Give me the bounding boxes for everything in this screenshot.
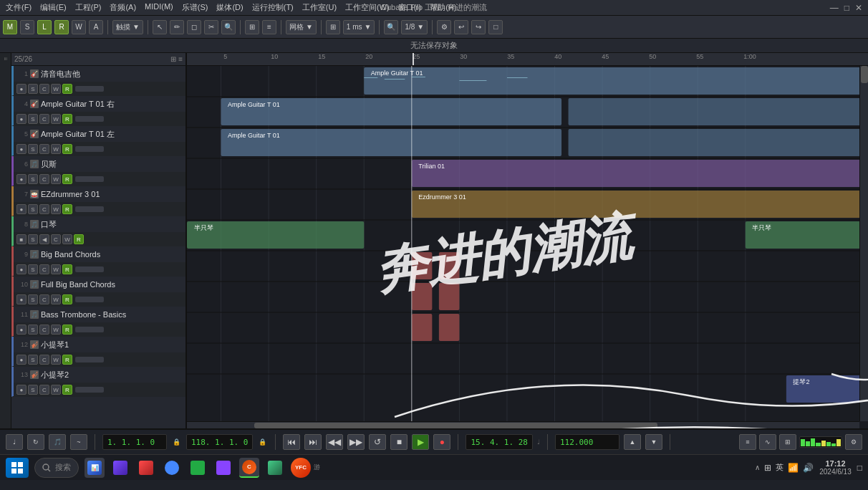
- track-name-2[interactable]: Ample Guitar T 01 右: [41, 99, 183, 110]
- fraction-dropdown[interactable]: 1/8 ▼: [401, 20, 428, 34]
- record-btn[interactable]: ●: [433, 434, 450, 450]
- track-fader-8[interactable]: [75, 297, 104, 302]
- eq-btn[interactable]: ∿: [759, 434, 776, 450]
- snap-btn[interactable]: ⊞: [245, 20, 259, 34]
- track-solo-1[interactable]: S: [28, 84, 38, 94]
- misc-btn1[interactable]: ↩: [454, 20, 468, 34]
- track-fader-9[interactable]: [75, 327, 104, 332]
- pointer-tool[interactable]: ↖: [153, 20, 167, 34]
- track-enable-9[interactable]: R: [62, 325, 72, 335]
- tray-notifications[interactable]: □: [857, 463, 862, 473]
- zoom-tool[interactable]: 🔍: [221, 20, 236, 34]
- track-solo-11[interactable]: S: [28, 385, 38, 395]
- horizontal-scrollbar[interactable]: [187, 421, 859, 428]
- track-name-11[interactable]: 小提琴2: [41, 370, 183, 380]
- track-solo-2[interactable]: S: [28, 114, 38, 124]
- track-fader-4[interactable]: [75, 176, 104, 182]
- bpm-down[interactable]: ▼: [645, 434, 662, 450]
- sync-btn[interactable]: ↻: [27, 434, 44, 450]
- track-write-8[interactable]: W: [51, 294, 61, 304]
- track-solo-7[interactable]: S: [28, 264, 38, 274]
- window-controls[interactable]: — □ ✕: [830, 3, 862, 13]
- track-solo-9[interactable]: S: [28, 325, 38, 335]
- menu-midi[interactable]: MIDI(M): [145, 2, 173, 13]
- taskbar-app-2[interactable]: [110, 458, 130, 478]
- cycle-btn[interactable]: ↺: [369, 434, 386, 450]
- track-mute-2[interactable]: ●: [16, 114, 26, 124]
- track-solo-10[interactable]: S: [28, 355, 38, 365]
- taskbar-app-5[interactable]: [188, 458, 208, 478]
- menu-score[interactable]: 乐谱(S): [182, 2, 208, 13]
- eraser-tool[interactable]: ◻: [187, 20, 201, 34]
- taskbar-app-4[interactable]: [162, 458, 182, 478]
- track-solo-4[interactable]: S: [28, 174, 38, 184]
- track-enable-8[interactable]: R: [62, 294, 72, 304]
- track-name-9[interactable]: Bass Trombone - Basics: [41, 310, 183, 319]
- track-write-10[interactable]: W: [51, 355, 61, 365]
- toolbar-w-btn[interactable]: W: [72, 20, 86, 34]
- track-read-5[interactable]: C: [39, 204, 49, 214]
- track-solo-3[interactable]: S: [28, 144, 38, 154]
- settings-btn[interactable]: ⚙: [437, 20, 451, 34]
- track-name-4[interactable]: 贝斯: [41, 159, 183, 170]
- toolbar-a-btn[interactable]: A: [89, 20, 103, 34]
- track-mute-8[interactable]: ●: [16, 294, 26, 304]
- win-minimize[interactable]: —: [830, 3, 839, 13]
- tray-volume[interactable]: 🔊: [803, 463, 814, 473]
- grid-type[interactable]: ⊞: [326, 20, 340, 34]
- time-display[interactable]: 15. 4. 1. 28: [466, 434, 532, 450]
- play-btn[interactable]: ▶: [412, 434, 429, 450]
- track-enable-6[interactable]: R: [74, 234, 84, 244]
- toolbar-m-btn[interactable]: M: [3, 20, 17, 34]
- scissors-tool[interactable]: ✂: [204, 20, 218, 34]
- track-read-8[interactable]: C: [39, 294, 49, 304]
- track-write-4[interactable]: W: [51, 174, 61, 184]
- search-btn[interactable]: 🔍: [384, 20, 398, 34]
- track-fader-7[interactable]: [75, 266, 104, 272]
- track-enable-1[interactable]: R: [62, 84, 72, 94]
- vertical-scrollbar[interactable]: [859, 66, 868, 421]
- track-read-6[interactable]: ◀: [39, 234, 49, 244]
- track-read-2[interactable]: C: [39, 114, 49, 124]
- menu-media[interactable]: 媒体(D): [216, 2, 243, 13]
- track-read-3[interactable]: C: [39, 144, 49, 154]
- arrange-area[interactable]: 5 10 15 20 25 30 35 40 45 50 55 1:00: [187, 53, 868, 428]
- track-fader-11[interactable]: [75, 387, 104, 393]
- tempo-display[interactable]: 118. 1. 1. 0: [186, 434, 253, 450]
- stop-btn[interactable]: ■: [390, 434, 408, 450]
- track-write-9[interactable]: W: [51, 325, 61, 335]
- win-maximize[interactable]: □: [844, 3, 849, 13]
- taskbar-app-1[interactable]: 📊: [85, 458, 105, 478]
- track-write-11[interactable]: W: [51, 385, 61, 395]
- track-mute-6[interactable]: ■: [16, 234, 26, 244]
- track-mute-10[interactable]: ●: [16, 355, 26, 365]
- track-name-8[interactable]: Full Big Band Chords: [41, 280, 183, 289]
- track-enable-4[interactable]: R: [62, 174, 72, 184]
- tempo-btn[interactable]: ~: [70, 434, 87, 450]
- track-write-5[interactable]: W: [51, 204, 61, 214]
- mixer-btn[interactable]: ≡: [739, 434, 756, 450]
- track-read-1[interactable]: C: [39, 84, 49, 94]
- tray-lang[interactable]: 英: [776, 462, 783, 473]
- track-read-10[interactable]: C: [39, 355, 49, 365]
- fast-forward-btn[interactable]: ▶▶: [347, 434, 365, 450]
- track-write-6[interactable]: C: [51, 234, 61, 244]
- track-read-4[interactable]: C: [39, 174, 49, 184]
- misc-btn2[interactable]: ↪: [471, 20, 486, 34]
- win-close[interactable]: ✕: [855, 3, 862, 13]
- touch-mode-dropdown[interactable]: 触摸 ▼: [112, 20, 143, 34]
- rewind-btn[interactable]: ◀◀: [326, 434, 343, 450]
- start-button[interactable]: [6, 458, 29, 478]
- track-mute-3[interactable]: ●: [16, 144, 26, 154]
- vscroll-thumb[interactable]: [861, 66, 868, 83]
- track-enable-7[interactable]: R: [62, 264, 72, 274]
- track-fader-2[interactable]: [75, 116, 104, 122]
- track-name-3[interactable]: Ample Guitar T 01 左: [41, 129, 183, 140]
- bpm-display[interactable]: 112.000: [555, 434, 619, 450]
- track-read-9[interactable]: C: [39, 325, 49, 335]
- tray-caret[interactable]: ∧: [755, 463, 760, 471]
- menu-edit[interactable]: 编辑(E): [40, 2, 67, 13]
- track-enable-2[interactable]: R: [62, 114, 72, 124]
- track-enable-3[interactable]: R: [62, 144, 72, 154]
- grid-dropdown[interactable]: 网格 ▼: [286, 20, 317, 34]
